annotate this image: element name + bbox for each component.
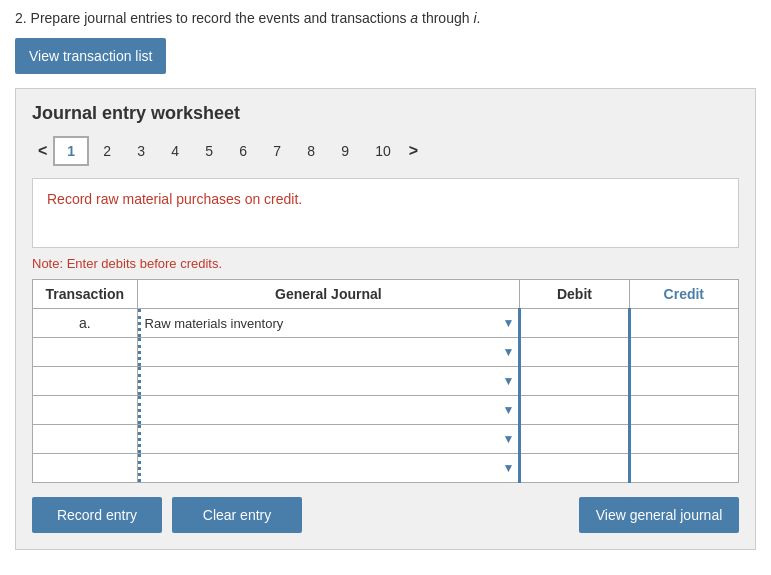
cell-debit[interactable] (520, 454, 629, 483)
cell-transaction (33, 367, 138, 396)
cell-general-journal[interactable]: Raw materials inventoryWork in process i… (137, 309, 520, 338)
cell-transaction (33, 338, 138, 367)
account-select[interactable]: Raw materials inventoryWork in process i… (145, 397, 519, 423)
credit-input[interactable] (631, 397, 738, 423)
cell-transaction (33, 425, 138, 454)
cell-transaction (33, 396, 138, 425)
table-row: Raw materials inventoryWork in process i… (33, 454, 739, 483)
col-header-general: General Journal (137, 280, 520, 309)
cell-credit[interactable] (629, 396, 738, 425)
table-row: Raw materials inventoryWork in process i… (33, 338, 739, 367)
cell-debit[interactable] (520, 338, 629, 367)
tab-1[interactable]: 1 (53, 136, 89, 166)
tab-10[interactable]: 10 (363, 138, 403, 164)
tab-prev-button[interactable]: < (32, 138, 53, 164)
cell-debit[interactable] (520, 309, 629, 338)
tab-9[interactable]: 9 (329, 138, 361, 164)
cell-credit[interactable] (629, 309, 738, 338)
cell-transaction: a. (33, 309, 138, 338)
tab-3[interactable]: 3 (125, 138, 157, 164)
col-header-credit: Credit (629, 280, 738, 309)
record-entry-button[interactable]: Record entry (32, 497, 162, 533)
bottom-buttons: Record entry Clear entry View general jo… (32, 497, 739, 533)
cell-credit[interactable] (629, 454, 738, 483)
credit-input[interactable] (631, 368, 738, 394)
clear-entry-button[interactable]: Clear entry (172, 497, 302, 533)
cell-general-journal[interactable]: Raw materials inventoryWork in process i… (137, 338, 520, 367)
note-text: Note: Enter debits before credits. (32, 256, 739, 271)
table-row: Raw materials inventoryWork in process i… (33, 396, 739, 425)
credit-input[interactable] (631, 310, 738, 336)
cell-credit[interactable] (629, 425, 738, 454)
table-row: Raw materials inventoryWork in process i… (33, 425, 739, 454)
tab-5[interactable]: 5 (193, 138, 225, 164)
table-row: a.Raw materials inventoryWork in process… (33, 309, 739, 338)
tab-2[interactable]: 2 (91, 138, 123, 164)
debit-input[interactable] (521, 368, 627, 394)
cell-credit[interactable] (629, 338, 738, 367)
journal-table: Transaction General Journal Debit Credit… (32, 279, 739, 483)
worksheet-title: Journal entry worksheet (32, 103, 739, 124)
debit-input[interactable] (521, 339, 627, 365)
tab-6[interactable]: 6 (227, 138, 259, 164)
debit-input[interactable] (521, 397, 627, 423)
cell-credit[interactable] (629, 367, 738, 396)
col-header-transaction: Transaction (33, 280, 138, 309)
account-select[interactable]: Raw materials inventoryWork in process i… (145, 455, 519, 481)
tab-7[interactable]: 7 (261, 138, 293, 164)
account-select[interactable]: Raw materials inventoryWork in process i… (145, 368, 519, 394)
credit-input[interactable] (631, 339, 738, 365)
view-general-journal-button[interactable]: View general journal (579, 497, 739, 533)
cell-general-journal[interactable]: Raw materials inventoryWork in process i… (137, 367, 520, 396)
account-select[interactable]: Raw materials inventoryWork in process i… (145, 426, 519, 452)
worksheet-container: Journal entry worksheet < 1 2 3 4 5 6 7 … (15, 88, 756, 550)
question-text: 2. Prepare journal entries to record the… (15, 10, 756, 26)
cell-transaction (33, 454, 138, 483)
debit-input[interactable] (521, 426, 627, 452)
cell-debit[interactable] (520, 367, 629, 396)
cell-debit[interactable] (520, 396, 629, 425)
instruction-box: Record raw material purchases on credit. (32, 178, 739, 248)
cell-general-journal[interactable]: Raw materials inventoryWork in process i… (137, 396, 520, 425)
credit-input[interactable] (631, 455, 738, 481)
col-header-debit: Debit (520, 280, 629, 309)
instruction-text: Record raw material purchases on credit. (47, 191, 302, 207)
table-row: Raw materials inventoryWork in process i… (33, 367, 739, 396)
credit-input[interactable] (631, 426, 738, 452)
tab-next-button[interactable]: > (403, 138, 424, 164)
tabs-numbers: 1 2 3 4 5 6 7 8 9 10 (53, 136, 402, 166)
account-select[interactable]: Raw materials inventoryWork in process i… (145, 339, 519, 365)
view-transaction-button[interactable]: View transaction list (15, 38, 166, 74)
cell-general-journal[interactable]: Raw materials inventoryWork in process i… (137, 454, 520, 483)
account-select[interactable]: Raw materials inventoryWork in process i… (145, 310, 519, 336)
tab-8[interactable]: 8 (295, 138, 327, 164)
cell-general-journal[interactable]: Raw materials inventoryWork in process i… (137, 425, 520, 454)
debit-input[interactable] (521, 455, 627, 481)
cell-debit[interactable] (520, 425, 629, 454)
tab-4[interactable]: 4 (159, 138, 191, 164)
debit-input[interactable] (521, 310, 627, 336)
tabs-row: < 1 2 3 4 5 6 7 8 9 10 > (32, 136, 739, 166)
